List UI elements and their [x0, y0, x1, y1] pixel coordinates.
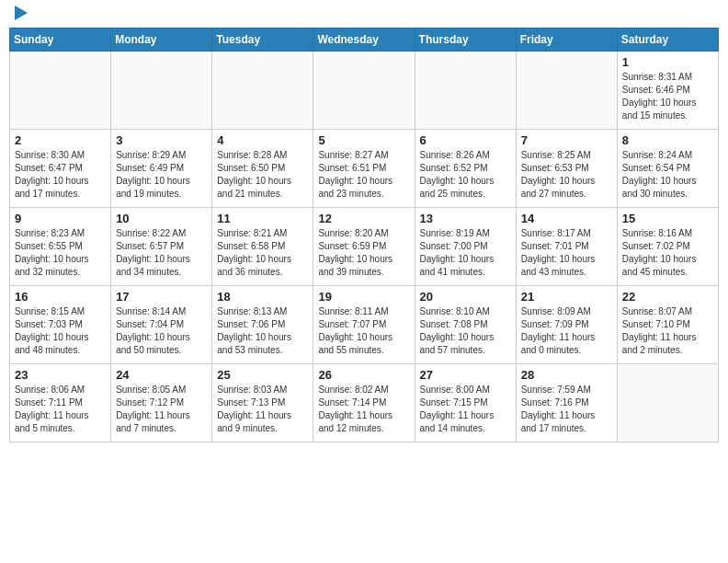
day-info: Sunrise: 8:28 AM Sunset: 6:50 PM Dayligh… — [217, 149, 308, 201]
calendar-cell: 28Sunrise: 7:59 AM Sunset: 7:16 PM Dayli… — [516, 364, 617, 442]
day-info: Sunrise: 8:11 AM Sunset: 7:07 PM Dayligh… — [318, 305, 409, 357]
day-number: 6 — [420, 133, 511, 147]
day-number: 22 — [622, 290, 713, 304]
day-number: 2 — [15, 133, 106, 147]
day-info: Sunrise: 8:17 AM Sunset: 7:01 PM Dayligh… — [521, 227, 612, 279]
calendar-cell: 3Sunrise: 8:29 AM Sunset: 6:49 PM Daylig… — [111, 130, 212, 208]
weekday-header-row: SundayMondayTuesdayWednesdayThursdayFrid… — [10, 29, 719, 52]
weekday-header-friday: Friday — [516, 29, 617, 52]
day-info: Sunrise: 8:16 AM Sunset: 7:02 PM Dayligh… — [622, 227, 713, 279]
calendar-cell: 14Sunrise: 8:17 AM Sunset: 7:01 PM Dayli… — [516, 208, 617, 286]
day-info: Sunrise: 8:05 AM Sunset: 7:12 PM Dayligh… — [116, 384, 207, 435]
day-number: 14 — [521, 212, 612, 225]
calendar-cell: 27Sunrise: 8:00 AM Sunset: 7:15 PM Dayli… — [415, 364, 516, 442]
calendar-cell — [10, 52, 111, 130]
day-number: 17 — [116, 290, 207, 304]
calendar-cell: 15Sunrise: 8:16 AM Sunset: 7:02 PM Dayli… — [617, 208, 718, 286]
calendar-week-1: 2Sunrise: 8:30 AM Sunset: 6:47 PM Daylig… — [10, 130, 719, 208]
day-info: Sunrise: 8:13 AM Sunset: 7:06 PM Dayligh… — [217, 305, 308, 357]
calendar-cell: 20Sunrise: 8:10 AM Sunset: 7:08 PM Dayli… — [415, 286, 516, 364]
day-info: Sunrise: 8:30 AM Sunset: 6:47 PM Dayligh… — [15, 149, 106, 201]
page-header — [9, 9, 719, 20]
calendar-cell — [415, 52, 516, 130]
logo — [9, 9, 28, 20]
day-number: 26 — [318, 368, 409, 382]
calendar-cell: 5Sunrise: 8:27 AM Sunset: 6:51 PM Daylig… — [313, 130, 415, 208]
day-number: 20 — [420, 290, 511, 304]
calendar-cell — [313, 52, 415, 130]
calendar-cell: 7Sunrise: 8:25 AM Sunset: 6:53 PM Daylig… — [516, 130, 617, 208]
calendar-cell — [111, 52, 212, 130]
day-info: Sunrise: 8:09 AM Sunset: 7:09 PM Dayligh… — [521, 305, 612, 357]
weekday-header-thursday: Thursday — [415, 29, 516, 52]
day-number: 16 — [15, 290, 106, 304]
day-info: Sunrise: 7:59 AM Sunset: 7:16 PM Dayligh… — [521, 384, 612, 435]
day-number: 4 — [217, 133, 308, 147]
day-info: Sunrise: 8:25 AM Sunset: 6:53 PM Dayligh… — [521, 149, 612, 201]
day-number: 12 — [318, 212, 409, 225]
day-number: 19 — [318, 290, 409, 304]
day-info: Sunrise: 8:15 AM Sunset: 7:03 PM Dayligh… — [15, 305, 106, 357]
day-number: 13 — [420, 212, 511, 225]
day-info: Sunrise: 8:23 AM Sunset: 6:55 PM Dayligh… — [15, 227, 106, 279]
calendar-cell: 17Sunrise: 8:14 AM Sunset: 7:04 PM Dayli… — [111, 286, 212, 364]
weekday-header-saturday: Saturday — [617, 29, 718, 52]
calendar-cell — [212, 52, 313, 130]
day-number: 10 — [116, 212, 207, 225]
day-number: 18 — [217, 290, 308, 304]
day-info: Sunrise: 8:10 AM Sunset: 7:08 PM Dayligh… — [420, 305, 511, 357]
logo-arrow-icon — [15, 6, 28, 20]
calendar-header: SundayMondayTuesdayWednesdayThursdayFrid… — [10, 29, 719, 52]
calendar-cell: 22Sunrise: 8:07 AM Sunset: 7:10 PM Dayli… — [617, 286, 718, 364]
calendar-cell: 18Sunrise: 8:13 AM Sunset: 7:06 PM Dayli… — [212, 286, 313, 364]
calendar-cell: 11Sunrise: 8:21 AM Sunset: 6:58 PM Dayli… — [212, 208, 313, 286]
weekday-header-monday: Monday — [111, 29, 212, 52]
day-info: Sunrise: 8:19 AM Sunset: 7:00 PM Dayligh… — [420, 227, 511, 279]
day-number: 1 — [622, 55, 713, 69]
calendar-cell: 1Sunrise: 8:31 AM Sunset: 6:46 PM Daylig… — [617, 52, 718, 130]
day-info: Sunrise: 8:07 AM Sunset: 7:10 PM Dayligh… — [622, 305, 713, 357]
calendar-cell — [617, 364, 718, 442]
day-info: Sunrise: 8:29 AM Sunset: 6:49 PM Dayligh… — [116, 149, 207, 201]
calendar-cell: 23Sunrise: 8:06 AM Sunset: 7:11 PM Dayli… — [10, 364, 111, 442]
calendar-body: 1Sunrise: 8:31 AM Sunset: 6:46 PM Daylig… — [10, 52, 719, 442]
weekday-header-tuesday: Tuesday — [212, 29, 313, 52]
weekday-header-wednesday: Wednesday — [313, 29, 415, 52]
day-number: 21 — [521, 290, 612, 304]
day-info: Sunrise: 8:20 AM Sunset: 6:59 PM Dayligh… — [318, 227, 409, 279]
day-number: 15 — [622, 212, 713, 225]
calendar-cell: 4Sunrise: 8:28 AM Sunset: 6:50 PM Daylig… — [212, 130, 313, 208]
day-number: 8 — [622, 133, 713, 147]
day-number: 7 — [521, 133, 612, 147]
calendar-cell: 25Sunrise: 8:03 AM Sunset: 7:13 PM Dayli… — [212, 364, 313, 442]
day-info: Sunrise: 8:22 AM Sunset: 6:57 PM Dayligh… — [116, 227, 207, 279]
calendar-week-3: 16Sunrise: 8:15 AM Sunset: 7:03 PM Dayli… — [10, 286, 719, 364]
day-number: 27 — [420, 368, 511, 382]
day-info: Sunrise: 8:14 AM Sunset: 7:04 PM Dayligh… — [116, 305, 207, 357]
calendar-cell: 16Sunrise: 8:15 AM Sunset: 7:03 PM Dayli… — [10, 286, 111, 364]
day-number: 3 — [116, 133, 207, 147]
day-info: Sunrise: 8:02 AM Sunset: 7:14 PM Dayligh… — [318, 384, 409, 435]
day-number: 25 — [217, 368, 308, 382]
calendar-cell — [516, 52, 617, 130]
day-number: 9 — [15, 212, 106, 225]
day-number: 11 — [217, 212, 308, 225]
day-info: Sunrise: 8:00 AM Sunset: 7:15 PM Dayligh… — [420, 384, 511, 435]
calendar-week-4: 23Sunrise: 8:06 AM Sunset: 7:11 PM Dayli… — [10, 364, 719, 442]
day-info: Sunrise: 8:03 AM Sunset: 7:13 PM Dayligh… — [217, 384, 308, 435]
day-number: 28 — [521, 368, 612, 382]
calendar-cell: 9Sunrise: 8:23 AM Sunset: 6:55 PM Daylig… — [10, 208, 111, 286]
calendar-cell: 24Sunrise: 8:05 AM Sunset: 7:12 PM Dayli… — [111, 364, 212, 442]
calendar-cell: 21Sunrise: 8:09 AM Sunset: 7:09 PM Dayli… — [516, 286, 617, 364]
calendar-cell: 10Sunrise: 8:22 AM Sunset: 6:57 PM Dayli… — [111, 208, 212, 286]
calendar-cell: 19Sunrise: 8:11 AM Sunset: 7:07 PM Dayli… — [313, 286, 415, 364]
weekday-header-sunday: Sunday — [10, 29, 111, 52]
calendar-cell: 26Sunrise: 8:02 AM Sunset: 7:14 PM Dayli… — [313, 364, 415, 442]
day-number: 24 — [116, 368, 207, 382]
day-info: Sunrise: 8:26 AM Sunset: 6:52 PM Dayligh… — [420, 149, 511, 201]
calendar-cell: 6Sunrise: 8:26 AM Sunset: 6:52 PM Daylig… — [415, 130, 516, 208]
day-number: 5 — [318, 133, 409, 147]
calendar-week-0: 1Sunrise: 8:31 AM Sunset: 6:46 PM Daylig… — [10, 52, 719, 130]
day-info: Sunrise: 8:31 AM Sunset: 6:46 PM Dayligh… — [622, 71, 713, 122]
calendar-table: SundayMondayTuesdayWednesdayThursdayFrid… — [9, 28, 719, 442]
